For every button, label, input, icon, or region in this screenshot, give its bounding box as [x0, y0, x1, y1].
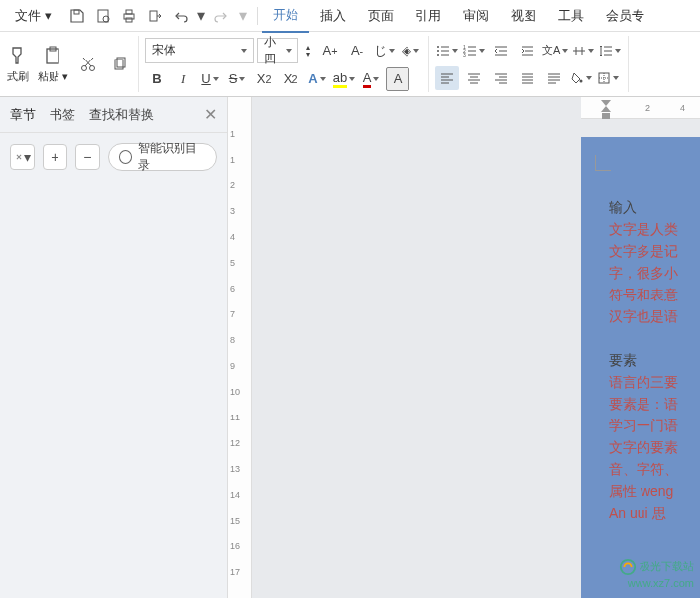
align-left-button[interactable]: [435, 66, 459, 90]
font-size-stepper[interactable]: ▴▾: [301, 39, 315, 62]
save-icon[interactable]: [68, 7, 86, 25]
sidebar-tab-findreplace[interactable]: 查找和替换: [89, 106, 154, 124]
doc-line: 语言的三要: [609, 371, 700, 393]
ribbon: 式刷 粘贴 ▾ 宋体 小四 ▴▾ A+ A- じ ◈ B I U S X2: [0, 32, 700, 97]
tab-tools[interactable]: 工具: [547, 0, 595, 32]
menu-file[interactable]: 文件 ▾: [4, 0, 62, 32]
cut-icon: [76, 53, 100, 76]
number-list-button[interactable]: 123: [462, 39, 486, 62]
close-icon[interactable]: ✕: [204, 105, 217, 124]
export-icon[interactable]: [146, 7, 164, 25]
highlight-button[interactable]: ab: [332, 67, 356, 91]
paste-icon: [42, 44, 65, 67]
tab-review[interactable]: 审阅: [452, 0, 500, 32]
horizontal-ruler[interactable]: 2 4: [581, 97, 700, 119]
svg-rect-0: [74, 10, 79, 14]
tab-view[interactable]: 视图: [500, 0, 547, 32]
tab-member[interactable]: 会员专: [595, 0, 655, 32]
doc-line: [609, 327, 700, 349]
undo-icon[interactable]: [172, 7, 189, 25]
doc-line: 要素: [609, 349, 700, 371]
svg-rect-6: [150, 11, 157, 21]
print-icon[interactable]: [120, 7, 138, 25]
shading-button[interactable]: [569, 66, 593, 90]
text-effect-button[interactable]: A: [305, 67, 329, 91]
change-case-button[interactable]: じ: [372, 39, 396, 62]
align-justify-button[interactable]: [516, 66, 539, 90]
main-area: 章节 书签 查找和替换 ✕ ▾ + − 智能识别目录 1 1 2 3 4 5 6…: [0, 97, 700, 598]
align-distribute2-button[interactable]: [542, 66, 566, 90]
margin-corner: [595, 155, 611, 171]
font-name-select[interactable]: 宋体: [145, 38, 254, 63]
strike-button[interactable]: S: [225, 67, 249, 91]
svg-point-13: [437, 46, 439, 48]
doc-line: 汉字也是语: [609, 305, 700, 327]
cut-button[interactable]: [76, 53, 100, 76]
align-center-button[interactable]: [462, 66, 486, 90]
line-spacing-button[interactable]: [598, 39, 622, 62]
superscript-button[interactable]: X2: [252, 67, 276, 91]
redo-dropdown[interactable]: ▾: [239, 7, 247, 25]
svg-point-10: [90, 65, 95, 70]
svg-point-14: [437, 50, 439, 52]
decrease-indent-button[interactable]: [489, 39, 513, 62]
paste-button[interactable]: 粘贴 ▾: [38, 44, 68, 84]
svg-rect-4: [126, 10, 132, 14]
increase-font-button[interactable]: A+: [318, 39, 342, 62]
redo-icon[interactable]: [213, 7, 231, 25]
vertical-ruler[interactable]: 1 1 2 3 4 5 6 7 8 9 10 11 12 13 14 15 16…: [228, 97, 252, 598]
doc-line: 字，很多小: [609, 262, 700, 284]
tab-page[interactable]: 页面: [357, 0, 405, 32]
font-size-select[interactable]: 小四: [257, 38, 298, 63]
paragraph-group: 123 文A: [429, 36, 629, 92]
print-preview-icon[interactable]: [94, 7, 112, 25]
sidebar-panel: 章节 书签 查找和替换 ✕ ▾ + − 智能识别目录: [0, 97, 228, 598]
brush-icon: [6, 44, 30, 67]
tab-reference[interactable]: 引用: [405, 0, 452, 32]
doc-line: 符号和表意: [609, 284, 700, 305]
font-group: 宋体 小四 ▴▾ A+ A- じ ◈ B I U S X2 X2 A ab A …: [139, 36, 429, 92]
increase-indent-button[interactable]: [516, 39, 539, 62]
align-distribute-button[interactable]: [571, 39, 595, 62]
remove-button[interactable]: −: [75, 144, 100, 170]
sidebar-tab-bookmark[interactable]: 书签: [50, 106, 75, 124]
indent-marker[interactable]: [601, 99, 611, 119]
svg-point-19: [580, 79, 583, 82]
copy-button[interactable]: [108, 53, 132, 76]
target-icon: [119, 150, 132, 164]
sidebar-tabs: 章节 书签 查找和替换 ✕: [0, 97, 227, 133]
svg-point-15: [437, 54, 439, 56]
text-direction-button[interactable]: 文A: [542, 39, 568, 62]
subscript-button[interactable]: X2: [279, 67, 302, 91]
bullet-list-button[interactable]: [435, 39, 459, 62]
border-button[interactable]: [596, 66, 620, 90]
char-border-button[interactable]: A: [386, 67, 409, 91]
bold-button[interactable]: B: [145, 67, 169, 91]
decrease-font-button[interactable]: A-: [345, 39, 369, 62]
doc-line: 文字多是记: [609, 240, 700, 262]
svg-point-9: [82, 65, 87, 70]
doc-line: 文字是人类: [609, 218, 700, 240]
doc-line: 文字的要素: [609, 436, 700, 458]
underline-button[interactable]: U: [198, 67, 222, 91]
document-page[interactable]: 输入 文字是人类 文字多是记 字，很多小 符号和表意 汉字也是语 要素 语言的三…: [581, 137, 700, 598]
collapse-button[interactable]: ▾: [10, 144, 35, 170]
clear-format-button[interactable]: ◈: [399, 39, 422, 62]
italic-button[interactable]: I: [172, 67, 195, 91]
undo-dropdown[interactable]: ▾: [197, 7, 205, 25]
align-right-button[interactable]: [489, 66, 513, 90]
doc-title: 输入: [609, 196, 700, 218]
quick-access-toolbar: ▾ ▾: [62, 7, 253, 25]
format-painter-button[interactable]: 式刷: [6, 44, 30, 84]
doc-line: 属性 weng: [609, 480, 700, 502]
menu-bar: 文件 ▾ ▾ ▾ 开始 插入 页面 引用 审阅 视图 工具 会员专: [0, 0, 700, 32]
tab-insert[interactable]: 插入: [309, 0, 357, 32]
sidebar-toolbar: ▾ + − 智能识别目录: [0, 133, 227, 180]
add-button[interactable]: +: [43, 144, 67, 170]
tab-start[interactable]: 开始: [262, 0, 309, 33]
sidebar-tab-chapter[interactable]: 章节: [10, 106, 36, 124]
doc-line: 要素是：语: [609, 393, 700, 415]
font-color-button[interactable]: A: [359, 67, 383, 91]
smart-toc-button[interactable]: 智能识别目录: [108, 143, 217, 171]
doc-line: 音、字符、: [609, 458, 700, 480]
